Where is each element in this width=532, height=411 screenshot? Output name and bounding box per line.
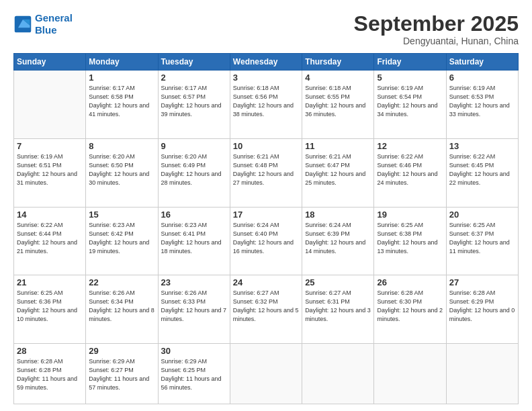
- calendar-cell: 7Sunrise: 6:19 AMSunset: 6:51 PMDaylight…: [14, 138, 86, 207]
- day-number: 29: [89, 346, 154, 356]
- cell-info: Sunrise: 6:25 AMSunset: 6:37 PMDaylight:…: [449, 221, 515, 256]
- day-number: 14: [17, 210, 83, 220]
- logo: General Blue: [13, 12, 73, 36]
- day-number: 16: [161, 210, 227, 220]
- cell-info: Sunrise: 6:28 AMSunset: 6:29 PMDaylight:…: [449, 289, 515, 324]
- cell-info: Sunrise: 6:29 AMSunset: 6:25 PMDaylight:…: [161, 357, 227, 392]
- calendar-cell: 4Sunrise: 6:18 AMSunset: 6:55 PMDaylight…: [302, 71, 374, 139]
- cell-info: Sunrise: 6:17 AMSunset: 6:57 PMDaylight:…: [161, 84, 227, 119]
- calendar-cell: 14Sunrise: 6:22 AMSunset: 6:44 PMDayligh…: [14, 207, 86, 275]
- calendar-cell: 22Sunrise: 6:26 AMSunset: 6:34 PMDayligh…: [86, 275, 158, 344]
- calendar-week-row: 7Sunrise: 6:19 AMSunset: 6:51 PMDaylight…: [14, 138, 519, 207]
- cell-info: Sunrise: 6:22 AMSunset: 6:45 PMDaylight:…: [449, 152, 515, 187]
- calendar-cell: 25Sunrise: 6:27 AMSunset: 6:31 PMDayligh…: [302, 275, 374, 344]
- cell-info: Sunrise: 6:22 AMSunset: 6:44 PMDaylight:…: [17, 221, 83, 256]
- weekday-header: Monday: [86, 54, 158, 71]
- calendar-cell: 19Sunrise: 6:25 AMSunset: 6:38 PMDayligh…: [374, 207, 446, 275]
- weekday-header: Wednesday: [230, 54, 302, 71]
- day-number: 24: [233, 277, 299, 287]
- day-number: 27: [449, 277, 515, 287]
- day-number: 17: [233, 210, 299, 220]
- logo-icon: [13, 15, 32, 34]
- calendar-cell: 10Sunrise: 6:21 AMSunset: 6:48 PMDayligh…: [230, 138, 302, 207]
- calendar-week-row: 21Sunrise: 6:25 AMSunset: 6:36 PMDayligh…: [14, 275, 519, 344]
- logo-line1: General: [35, 12, 73, 24]
- day-number: 20: [449, 210, 515, 220]
- day-number: 21: [17, 277, 83, 287]
- day-number: 3: [233, 73, 299, 83]
- cell-info: Sunrise: 6:29 AMSunset: 6:27 PMDaylight:…: [89, 357, 154, 392]
- weekday-header: Tuesday: [158, 54, 230, 71]
- day-number: 28: [17, 346, 83, 356]
- day-number: 30: [161, 346, 227, 356]
- day-number: 6: [449, 73, 515, 83]
- day-number: 25: [305, 277, 371, 287]
- calendar-cell: 6Sunrise: 6:19 AMSunset: 6:53 PMDaylight…: [446, 71, 518, 139]
- calendar-cell: [14, 71, 86, 139]
- calendar-cell: 5Sunrise: 6:19 AMSunset: 6:54 PMDaylight…: [374, 71, 446, 139]
- day-number: 2: [161, 73, 227, 83]
- calendar-cell: 21Sunrise: 6:25 AMSunset: 6:36 PMDayligh…: [14, 275, 86, 344]
- calendar-header-row: SundayMondayTuesdayWednesdayThursdayFrid…: [14, 54, 519, 71]
- day-number: 26: [377, 277, 443, 287]
- calendar-cell: 18Sunrise: 6:24 AMSunset: 6:39 PMDayligh…: [302, 207, 374, 275]
- cell-info: Sunrise: 6:23 AMSunset: 6:41 PMDaylight:…: [161, 221, 227, 256]
- cell-info: Sunrise: 6:18 AMSunset: 6:56 PMDaylight:…: [233, 84, 299, 119]
- cell-info: Sunrise: 6:27 AMSunset: 6:32 PMDaylight:…: [233, 289, 299, 324]
- cell-info: Sunrise: 6:23 AMSunset: 6:42 PMDaylight:…: [89, 221, 154, 256]
- cell-info: Sunrise: 6:21 AMSunset: 6:47 PMDaylight:…: [305, 152, 371, 187]
- calendar-cell: 23Sunrise: 6:26 AMSunset: 6:33 PMDayligh…: [158, 275, 230, 344]
- day-number: 18: [305, 210, 371, 220]
- cell-info: Sunrise: 6:17 AMSunset: 6:58 PMDaylight:…: [89, 84, 154, 119]
- cell-info: Sunrise: 6:26 AMSunset: 6:33 PMDaylight:…: [161, 289, 227, 324]
- page: General Blue September 2025 Dengyuantai,…: [0, 0, 532, 411]
- calendar-cell: 13Sunrise: 6:22 AMSunset: 6:45 PMDayligh…: [446, 138, 518, 207]
- calendar-cell: 16Sunrise: 6:23 AMSunset: 6:41 PMDayligh…: [158, 207, 230, 275]
- calendar-cell: 12Sunrise: 6:22 AMSunset: 6:46 PMDayligh…: [374, 138, 446, 207]
- cell-info: Sunrise: 6:25 AMSunset: 6:36 PMDaylight:…: [17, 289, 83, 324]
- cell-info: Sunrise: 6:22 AMSunset: 6:46 PMDaylight:…: [377, 152, 443, 187]
- logo-text: General Blue: [35, 12, 73, 36]
- calendar-cell: 26Sunrise: 6:28 AMSunset: 6:30 PMDayligh…: [374, 275, 446, 344]
- calendar-cell: 24Sunrise: 6:27 AMSunset: 6:32 PMDayligh…: [230, 275, 302, 344]
- day-number: 9: [161, 141, 227, 151]
- calendar-cell: 2Sunrise: 6:17 AMSunset: 6:57 PMDaylight…: [158, 71, 230, 139]
- calendar-week-row: 14Sunrise: 6:22 AMSunset: 6:44 PMDayligh…: [14, 207, 519, 275]
- cell-info: Sunrise: 6:24 AMSunset: 6:39 PMDaylight:…: [305, 221, 371, 256]
- day-number: 13: [449, 141, 515, 151]
- cell-info: Sunrise: 6:19 AMSunset: 6:53 PMDaylight:…: [449, 84, 515, 119]
- location-subtitle: Dengyuantai, Hunan, China: [354, 36, 519, 46]
- day-number: 8: [89, 141, 154, 151]
- calendar-cell: 15Sunrise: 6:23 AMSunset: 6:42 PMDayligh…: [86, 207, 158, 275]
- day-number: 23: [161, 277, 227, 287]
- day-number: 7: [17, 141, 83, 151]
- cell-info: Sunrise: 6:20 AMSunset: 6:50 PMDaylight:…: [89, 152, 154, 187]
- cell-info: Sunrise: 6:24 AMSunset: 6:40 PMDaylight:…: [233, 221, 299, 256]
- day-number: 12: [377, 141, 443, 151]
- cell-info: Sunrise: 6:19 AMSunset: 6:51 PMDaylight:…: [17, 152, 83, 187]
- calendar-cell: 28Sunrise: 6:28 AMSunset: 6:28 PMDayligh…: [14, 343, 86, 404]
- cell-info: Sunrise: 6:26 AMSunset: 6:34 PMDaylight:…: [89, 289, 154, 324]
- calendar-week-row: 28Sunrise: 6:28 AMSunset: 6:28 PMDayligh…: [14, 343, 519, 404]
- calendar-cell: 30Sunrise: 6:29 AMSunset: 6:25 PMDayligh…: [158, 343, 230, 404]
- calendar-cell: 27Sunrise: 6:28 AMSunset: 6:29 PMDayligh…: [446, 275, 518, 344]
- cell-info: Sunrise: 6:25 AMSunset: 6:38 PMDaylight:…: [377, 221, 443, 256]
- day-number: 11: [305, 141, 371, 151]
- calendar-cell: [302, 343, 374, 404]
- calendar-week-row: 1Sunrise: 6:17 AMSunset: 6:58 PMDaylight…: [14, 71, 519, 139]
- day-number: 4: [305, 73, 371, 83]
- weekday-header: Friday: [374, 54, 446, 71]
- calendar-cell: 8Sunrise: 6:20 AMSunset: 6:50 PMDaylight…: [86, 138, 158, 207]
- calendar-cell: [230, 343, 302, 404]
- calendar-cell: 29Sunrise: 6:29 AMSunset: 6:27 PMDayligh…: [86, 343, 158, 404]
- calendar-cell: 1Sunrise: 6:17 AMSunset: 6:58 PMDaylight…: [86, 71, 158, 139]
- cell-info: Sunrise: 6:18 AMSunset: 6:55 PMDaylight:…: [305, 84, 371, 119]
- cell-info: Sunrise: 6:19 AMSunset: 6:54 PMDaylight:…: [377, 84, 443, 119]
- day-number: 10: [233, 141, 299, 151]
- cell-info: Sunrise: 6:28 AMSunset: 6:30 PMDaylight:…: [377, 289, 443, 324]
- day-number: 22: [89, 277, 154, 287]
- calendar-cell: 20Sunrise: 6:25 AMSunset: 6:37 PMDayligh…: [446, 207, 518, 275]
- title-block: September 2025 Dengyuantai, Hunan, China: [354, 12, 519, 46]
- day-number: 1: [89, 73, 154, 83]
- day-number: 15: [89, 210, 154, 220]
